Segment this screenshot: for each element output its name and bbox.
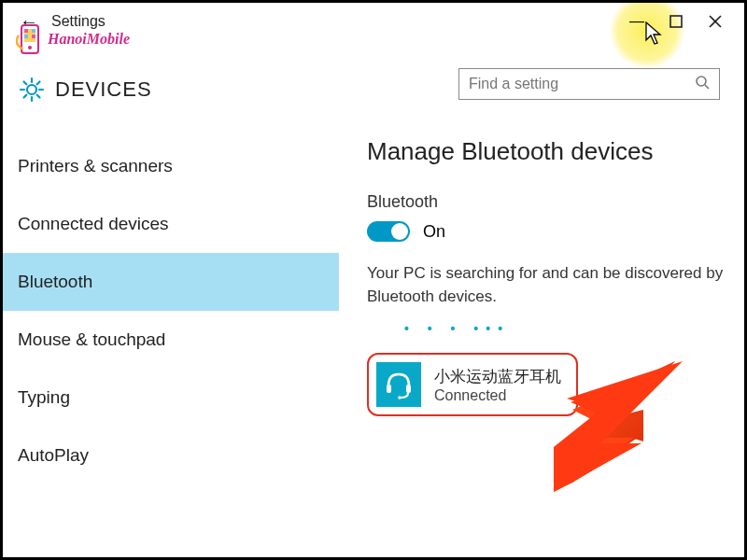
svg-point-11	[697, 77, 706, 86]
device-item[interactable]: 小米运动蓝牙耳机 Connected	[367, 353, 578, 416]
section-title: DEVICES	[55, 77, 152, 102]
page-heading: Manage Bluetooth devices	[367, 137, 726, 166]
sidebar-item-label: Printers & scanners	[18, 156, 173, 175]
svg-rect-5	[24, 29, 28, 33]
sidebar-item-typing[interactable]: Typing	[3, 369, 339, 427]
sidebar-item-label: Typing	[18, 387, 70, 407]
device-name: 小米运动蓝牙耳机	[434, 366, 561, 387]
toggle-state-text: On	[423, 222, 445, 242]
phone-icon	[16, 23, 44, 55]
svg-rect-13	[387, 385, 391, 393]
svg-line-12	[705, 85, 709, 89]
cursor-icon	[645, 21, 664, 46]
device-status: Connected	[434, 387, 561, 404]
sidebar-item-autoplay[interactable]: AutoPlay	[3, 427, 339, 484]
sidebar-item-label: AutoPlay	[18, 445, 89, 465]
svg-rect-8	[32, 35, 35, 38]
sidebar-item-connected[interactable]: Connected devices	[3, 195, 339, 253]
sidebar-item-label: Bluetooth	[18, 272, 92, 291]
svg-rect-0	[670, 16, 682, 27]
sidebar-item-bluetooth[interactable]: Bluetooth	[3, 253, 339, 311]
searching-dots: • • • •••	[404, 321, 726, 336]
status-text: Your PC is searching for and can be disc…	[367, 262, 726, 308]
sidebar-item-mouse[interactable]: Mouse & touchpad	[3, 311, 339, 369]
bluetooth-toggle[interactable]	[367, 221, 410, 242]
svg-point-9	[28, 46, 32, 49]
sidebar-item-printers[interactable]: Printers & scanners	[3, 137, 339, 195]
search-box[interactable]	[458, 68, 720, 100]
watermark-logo: HanoiMobile	[16, 23, 130, 55]
sidebar: Printers & scanners Connected devices Bl…	[3, 137, 339, 560]
svg-point-10	[27, 85, 36, 94]
arrow-annotation-icon	[554, 361, 684, 492]
headset-icon	[376, 362, 421, 407]
gear-icon	[18, 76, 46, 104]
svg-point-15	[398, 396, 402, 399]
main-panel: Manage Bluetooth devices Bluetooth On Yo…	[339, 137, 744, 560]
sidebar-item-label: Connected devices	[18, 214, 169, 233]
search-icon	[695, 75, 710, 93]
svg-rect-6	[32, 29, 35, 33]
svg-rect-14	[406, 385, 411, 393]
search-input[interactable]	[469, 76, 695, 92]
close-button[interactable]	[696, 8, 735, 35]
window-controls: ―	[617, 8, 735, 35]
bluetooth-label: Bluetooth	[367, 192, 726, 212]
sidebar-item-label: Mouse & touchpad	[18, 329, 165, 349]
logo-text: HanoiMobile	[48, 31, 130, 48]
svg-rect-7	[24, 35, 28, 38]
